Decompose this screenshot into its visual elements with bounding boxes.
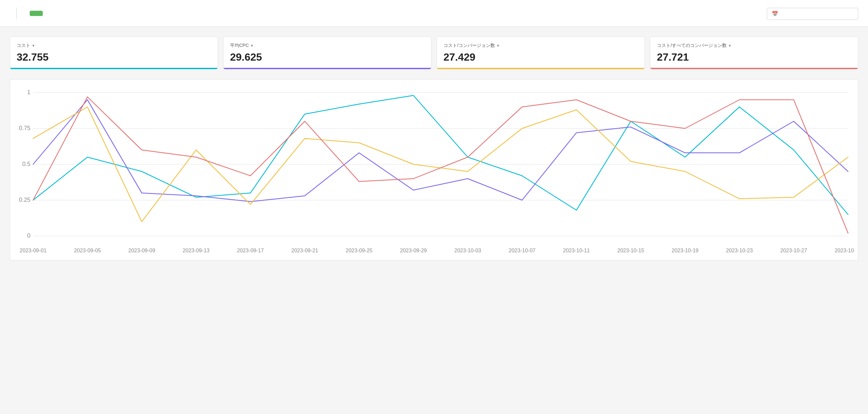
metrics-grid: コスト ▼ 32.755 平均CPC ▼ 29.625 コスト/コンバージョン数… [10,36,858,69]
metric-bar-2 [437,68,645,69]
svg-text:2023-09-21: 2023-09-21 [291,247,318,253]
metric-card-0: コスト ▼ 32.755 [10,36,218,69]
metric-label-2: コスト/コンバージョン数 ▼ [443,43,638,48]
line-chart: 10.750.50.2502023-09-012023-09-052023-09… [13,86,855,255]
metric-card-3: コスト/すべてのコンバージョン数 ▼ 27.721 [650,36,858,69]
svg-text:2023-10-19: 2023-10-19 [672,247,698,253]
svg-text:0.25: 0.25 [19,197,30,203]
metric-value-0: 32.755 [17,51,211,68]
chevron-icon-0: ▼ [32,44,35,47]
chevron-icon-1: ▼ [250,44,254,47]
svg-text:2023-09-01: 2023-09-01 [20,247,46,253]
svg-text:2023-09-13: 2023-09-13 [183,247,210,253]
svg-text:2023-10-03: 2023-10-03 [454,247,481,253]
chevron-icon-3: ▼ [728,44,732,47]
svg-text:2023-09-05: 2023-09-05 [74,247,101,253]
svg-text:2023-10-07: 2023-10-07 [509,247,535,253]
header-divider [16,7,17,19]
svg-text:2023-10-11: 2023-10-11 [563,247,590,253]
metric-card-1: 平均CPC ▼ 29.625 [223,36,431,69]
svg-text:2023-10-27: 2023-10-27 [780,247,807,253]
all-ads-button[interactable] [30,11,43,16]
svg-text:2023-10-31: 2023-10-31 [835,247,855,253]
svg-text:0.75: 0.75 [19,125,30,131]
metric-label-1: 平均CPC ▼ [230,43,425,48]
svg-text:2023-10-23: 2023-10-23 [726,247,753,253]
svg-text:1: 1 [27,89,30,96]
metric-label-3: コスト/すべてのコンバージョン数 ▼ [657,43,851,48]
svg-text:2023-09-29: 2023-09-29 [400,247,427,253]
metric-bar-3 [650,68,858,69]
svg-text:0.5: 0.5 [22,161,30,167]
metric-card-2: コスト/コンバージョン数 ▼ 27.429 [437,36,645,69]
svg-text:2023-09-09: 2023-09-09 [128,247,155,253]
metric-bar-1 [223,68,431,69]
svg-text:2023-09-17: 2023-09-17 [237,247,264,253]
svg-text:0: 0 [27,233,30,239]
chevron-icon-2: ▼ [496,44,500,47]
calendar-icon: 📅 [772,11,778,17]
main-content: コスト ▼ 32.755 平均CPC ▼ 29.625 コスト/コンバージョン数… [0,27,868,270]
metric-label-0: コスト ▼ [17,43,211,48]
chart-container: 10.750.50.2502023-09-012023-09-052023-09… [10,79,858,261]
metric-bar-0 [10,68,218,69]
svg-text:2023-09-25: 2023-09-25 [346,247,372,253]
metric-value-2: 27.429 [443,51,638,68]
date-range-container: 📅 [767,6,858,20]
page-header: 📅 [0,0,868,27]
date-range-picker[interactable]: 📅 [767,8,858,20]
metric-value-3: 27.721 [657,51,851,68]
metric-value-1: 29.625 [230,51,425,68]
svg-text:2023-10-15: 2023-10-15 [617,247,644,253]
